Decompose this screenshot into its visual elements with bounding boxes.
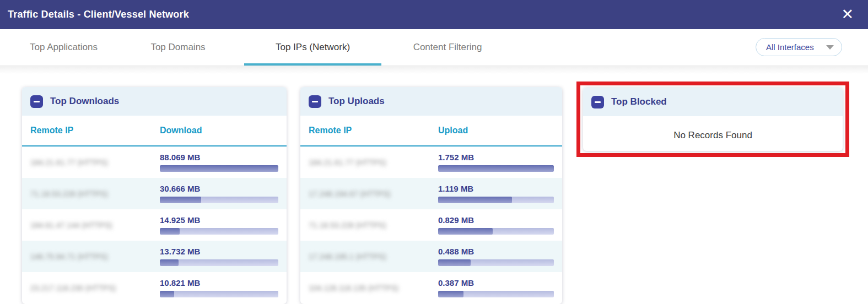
progress-bar-fill (438, 259, 471, 266)
interface-filter-value: All Interfaces (766, 42, 814, 52)
remote-ip-blurred: 104.128.118.135 (HTTPS) (309, 284, 438, 292)
progress-bar-fill (160, 197, 201, 203)
column-remote-ip: Remote IP (30, 126, 73, 135)
top-downloads-rows: 184.21.61.77 (HTTPS)88.069 MB71.18.53.22… (22, 146, 287, 303)
top-downloads-column-header: Remote IP Download (22, 116, 287, 146)
progress-bar-fill (438, 197, 512, 203)
progress-bar-track (160, 228, 278, 235)
progress-bar-fill (160, 165, 278, 172)
panel-title: Top Uploads (328, 96, 385, 107)
value-cell: 30.666 MB (160, 184, 278, 203)
remote-ip-blurred: 17.248.195.1 (HTTPS) (309, 252, 438, 261)
value-label: 14.925 MB (160, 215, 278, 225)
top-blocked-empty-state: No Records Found (583, 116, 843, 151)
remote-ip-blurred: 146.75.94.71 (HTTPS) (30, 252, 160, 261)
progress-bar-fill (438, 291, 463, 297)
table-row: 17.248.194.67 (HTTPS)1.119 MB (300, 178, 562, 209)
progress-bar-fill (160, 291, 174, 297)
value-label: 0.488 MB (438, 247, 554, 256)
progress-bar-track (160, 259, 278, 266)
collapse-minus-icon[interactable] (30, 95, 43, 108)
collapse-minus-icon[interactable] (309, 95, 321, 108)
table-row: 23.217.118.230 (HTTPS)10.821 MB (22, 272, 287, 303)
value-cell: 1.119 MB (438, 184, 554, 203)
tab-top-applications[interactable]: Top Applications (15, 29, 112, 66)
modal-titlebar: Traffic Details - Client/Vessel Network … (0, 0, 868, 29)
close-icon[interactable]: ✕ (839, 7, 856, 22)
remote-ip-blurred: 184.61.47.144 (HTTPS) (30, 221, 160, 230)
value-cell: 0.387 MB (438, 278, 554, 297)
value-cell: 1.752 MB (438, 153, 554, 172)
progress-bar-fill (438, 228, 493, 235)
value-label: 0.829 MB (438, 215, 554, 225)
top-blocked-panel: Top Blocked No Records Found (583, 88, 843, 151)
table-row: 71.18.53.228 (HTTPS)30.666 MB (22, 178, 287, 209)
table-row: 184.61.47.144 (HTTPS)14.925 MB (22, 209, 287, 241)
panel-title: Top Blocked (611, 96, 667, 107)
top-blocked-header: Top Blocked (583, 88, 843, 116)
table-row: 146.75.94.71 (HTTPS)13.732 MB (22, 241, 287, 272)
value-label: 13.732 MB (160, 247, 278, 256)
progress-bar-track (438, 228, 554, 235)
table-row: 184.21.61.77 (HTTPS)1.752 MB (300, 146, 562, 178)
value-label: 0.387 MB (438, 278, 554, 287)
top-downloads-panel: Top Downloads Remote IP Download 184.21.… (22, 87, 287, 304)
chevron-down-icon (826, 45, 834, 50)
progress-bar-track (438, 259, 554, 266)
table-row: 184.21.61.77 (HTTPS)88.069 MB (22, 146, 287, 178)
remote-ip-blurred: 184.21.61.77 (HTTPS) (30, 158, 160, 167)
value-label: 30.666 MB (160, 184, 278, 193)
value-label: 88.069 MB (160, 153, 278, 162)
interface-filter-dropdown[interactable]: All Interfaces (756, 38, 842, 56)
progress-bar-track (160, 197, 278, 203)
top-downloads-header: Top Downloads (22, 87, 287, 116)
top-uploads-rows: 184.21.61.77 (HTTPS)1.752 MB17.248.194.6… (300, 146, 562, 303)
value-label: 1.752 MB (438, 153, 554, 162)
progress-bar-fill (438, 165, 554, 172)
table-row: 104.128.118.135 (HTTPS)0.387 MB (300, 272, 562, 303)
tab-content-filtering[interactable]: Content Filtering (381, 29, 514, 66)
no-records-message: No Records Found (673, 130, 752, 141)
remote-ip-blurred: 71.18.53.228 (HTTPS) (30, 189, 160, 198)
progress-bar-fill (160, 228, 180, 235)
tab-bar: Top Applications Top Domains Top IPs (Ne… (0, 29, 868, 66)
modal-title: Traffic Details - Client/Vessel Network (8, 9, 189, 20)
remote-ip-blurred: 184.21.61.77 (HTTPS) (309, 158, 438, 167)
value-cell: 0.488 MB (438, 247, 554, 266)
progress-bar-track (438, 197, 554, 203)
progress-bar-track (438, 291, 554, 297)
value-cell: 13.732 MB (160, 247, 278, 266)
value-label: 1.119 MB (438, 184, 554, 193)
value-cell: 14.925 MB (160, 215, 278, 235)
column-upload: Upload (438, 126, 468, 135)
table-row: 71.18.53.228 (HTTPS)0.829 MB (300, 209, 562, 241)
column-download: Download (160, 126, 202, 135)
value-cell: 10.821 MB (160, 278, 278, 297)
top-uploads-panel: Top Uploads Remote IP Upload 184.21.61.7… (300, 87, 562, 304)
progress-bar-track (438, 165, 554, 172)
remote-ip-blurred: 23.217.118.230 (HTTPS) (30, 284, 160, 292)
tab-top-ips-network[interactable]: Top IPs (Network) (244, 29, 381, 66)
top-uploads-header: Top Uploads (300, 87, 562, 116)
red-highlight-annotation: Top Blocked No Records Found (576, 82, 849, 157)
tab-top-domains[interactable]: Top Domains (112, 29, 244, 66)
remote-ip-blurred: 17.248.194.67 (HTTPS) (309, 189, 438, 198)
progress-bar-track (160, 291, 278, 297)
column-remote-ip: Remote IP (309, 126, 352, 135)
value-cell: 0.829 MB (438, 215, 554, 235)
remote-ip-blurred: 71.18.53.228 (HTTPS) (309, 221, 438, 230)
value-label: 10.821 MB (160, 278, 278, 287)
panel-title: Top Downloads (50, 96, 119, 107)
table-row: 17.248.195.1 (HTTPS)0.488 MB (300, 241, 562, 272)
value-cell: 88.069 MB (160, 153, 278, 172)
collapse-minus-icon[interactable] (591, 96, 604, 108)
progress-bar-track (160, 165, 278, 172)
top-uploads-column-header: Remote IP Upload (300, 116, 562, 146)
progress-bar-fill (160, 259, 179, 266)
